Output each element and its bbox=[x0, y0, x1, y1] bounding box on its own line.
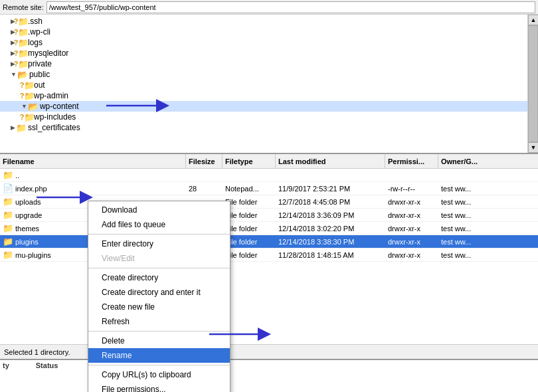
context-menu-separator bbox=[88, 365, 230, 365]
tree-item-wp-includes[interactable]: ?📁wp-includes bbox=[0, 112, 538, 122]
remote-site-bar: Remote site: bbox=[0, 0, 538, 15]
file-cell-filename: 📄index.php bbox=[0, 183, 186, 193]
tree-inner: ▶?📁.ssh▶?📁.wp-cli▶?📁logs▶?📁mysqleditor▶?… bbox=[0, 15, 538, 153]
scroll-up-arrow[interactable]: ▲ bbox=[528, 15, 538, 25]
file-row-up[interactable]: 📁.. bbox=[0, 169, 538, 182]
file-cell-last_modified: 12/14/2018 3:36:09 PM bbox=[276, 211, 385, 219]
log-col1: ty bbox=[3, 361, 9, 369]
up-icon: 📁 bbox=[3, 170, 13, 180]
log-pane: ty Status bbox=[0, 359, 538, 392]
tree-item-logs[interactable]: ▶?📁logs bbox=[0, 37, 538, 48]
folder-icon: ?📁 bbox=[16, 49, 27, 58]
file-name-label: uploads bbox=[15, 198, 41, 206]
tree-item-public[interactable]: ▼📂public bbox=[0, 69, 538, 80]
folder-icon: ?📁 bbox=[22, 91, 33, 100]
tree-item-wp-content[interactable]: ▼📂wp-content bbox=[0, 101, 538, 112]
folder-icon: 📁 bbox=[3, 197, 13, 207]
header-col-permissions[interactable]: Permissi... bbox=[385, 154, 438, 168]
folder-icon: 📂 bbox=[28, 102, 39, 111]
header-col-last_modified[interactable]: Last modified bbox=[276, 154, 385, 168]
context-menu-item-delete[interactable]: Delete bbox=[88, 334, 230, 348]
file-row-upgrade[interactable]: 📁upgradeFile folder12/14/2018 3:36:09 PM… bbox=[0, 209, 538, 222]
folder-icon: ?📁 bbox=[16, 27, 27, 37]
file-name-label: themes bbox=[15, 225, 39, 233]
file-cell-last_modified: 11/9/2017 2:53:21 PM bbox=[276, 185, 385, 193]
tree-item-wp-admin[interactable]: ?📁wp-admin bbox=[0, 90, 538, 101]
folder-icon: 📁 bbox=[3, 210, 13, 220]
context-menu-item-download[interactable]: Download bbox=[88, 203, 230, 217]
tree-item-label: private bbox=[28, 59, 52, 68]
file-row-themes[interactable]: 📁themesFile folder12/14/2018 3:02:20 PMd… bbox=[0, 222, 538, 235]
tree-item-label: out bbox=[34, 80, 45, 90]
file-row-uploads[interactable]: 📁uploadsFile folder12/7/2018 4:45:08 PMd… bbox=[0, 195, 538, 209]
header-col-filename[interactable]: Filename bbox=[0, 154, 186, 168]
file-name-label: index.php bbox=[15, 185, 47, 193]
tree-item-ssh[interactable]: ▶?📁.ssh bbox=[0, 16, 538, 27]
file-cell-owner: test ww... bbox=[438, 211, 492, 219]
file-cell-permissions: -rw-r--r-- bbox=[385, 185, 438, 193]
file-row-index.php[interactable]: 📄index.php28Notepad...11/9/2017 2:53:21 … bbox=[0, 182, 538, 195]
header-col-filetype[interactable]: Filetype bbox=[223, 154, 276, 168]
header-col-owner[interactable]: Owner/G... bbox=[438, 154, 538, 168]
tree-item-label: mysqleditor bbox=[28, 49, 68, 58]
context-menu-item-create-directory[interactable]: Create directory bbox=[88, 270, 230, 285]
tree-item-label: logs bbox=[28, 38, 43, 47]
status-bar: Selected 1 directory. bbox=[0, 344, 538, 359]
file-cell-filetype: Notepad... bbox=[223, 185, 276, 193]
file-cell-last_modified: 12/14/2018 3:38:30 PM bbox=[276, 238, 385, 246]
file-rows: 📁..📄index.php28Notepad...11/9/2017 2:53:… bbox=[0, 169, 538, 262]
expand-icon[interactable]: ▶ bbox=[11, 124, 15, 131]
context-menu-item-add-to-queue[interactable]: Add files to queue bbox=[88, 217, 230, 232]
scroll-thumb[interactable] bbox=[528, 25, 538, 142]
folder-icon: 📁 bbox=[16, 123, 27, 132]
file-list-header: FilenameFilesizeFiletypeLast modifiedPer… bbox=[0, 154, 538, 169]
file-cell-permissions: drwxr-xr-x bbox=[385, 211, 438, 219]
context-menu-item-refresh[interactable]: Refresh bbox=[88, 314, 230, 329]
file-row-plugins[interactable]: 📁pluginsFile folder12/14/2018 3:38:30 PM… bbox=[0, 235, 538, 248]
file-cell-permissions: drwxr-xr-x bbox=[385, 225, 438, 233]
file-name-label: .. bbox=[15, 171, 19, 179]
tree-item-label: wp-content bbox=[40, 102, 79, 111]
remote-site-path-input[interactable] bbox=[46, 1, 535, 13]
context-menu-item-create-new-file[interactable]: Create new file bbox=[88, 300, 230, 314]
file-cell-permissions: drwxr-xr-x bbox=[385, 251, 438, 259]
main-container: ▶?📁.ssh▶?📁.wp-cli▶?📁logs▶?📁mysqleditor▶?… bbox=[0, 15, 538, 392]
context-menu-item-view-edit: View/Edit bbox=[88, 251, 230, 266]
header-col-filesize[interactable]: Filesize bbox=[186, 154, 223, 168]
log-col2: Status bbox=[36, 361, 58, 369]
folder-icon: ?📁 bbox=[16, 59, 27, 68]
tree-item-private[interactable]: ▶?📁private bbox=[0, 58, 538, 69]
tree-item-out[interactable]: ?📁out bbox=[0, 80, 538, 90]
context-menu-separator bbox=[88, 331, 230, 332]
file-cell-owner: test ww... bbox=[438, 185, 492, 193]
tree-item-label: .wp-cli bbox=[28, 27, 50, 37]
context-menu-item-create-dir-enter[interactable]: Create directory and enter it bbox=[88, 285, 230, 300]
file-cell-filetype: File folder bbox=[223, 238, 276, 246]
status-text: Selected 1 directory. bbox=[4, 348, 70, 356]
context-menu: DownloadAdd files to queueEnter director… bbox=[88, 201, 230, 392]
context-menu-item-enter-directory[interactable]: Enter directory bbox=[88, 237, 230, 251]
folder-icon: ?📁 bbox=[22, 112, 33, 122]
file-cell-last_modified: 11/28/2018 1:48:15 AM bbox=[276, 251, 385, 259]
folder-icon: 📁 bbox=[3, 250, 13, 260]
tree-item-wp-cli[interactable]: ▶?📁.wp-cli bbox=[0, 27, 538, 37]
tree-item-mysqleditor[interactable]: ▶?📁mysqleditor bbox=[0, 48, 538, 58]
context-menu-item-copy-urls[interactable]: Copy URL(s) to clipboard bbox=[88, 367, 230, 382]
expand-icon[interactable]: ▼ bbox=[11, 71, 17, 78]
file-cell-filetype: File folder bbox=[223, 251, 276, 259]
tree-scrollbar[interactable]: ▲ ▼ bbox=[527, 15, 538, 153]
file-cell-owner: test ww... bbox=[438, 225, 492, 233]
expand-icon[interactable]: ▼ bbox=[21, 103, 27, 110]
file-row-mu-plugins[interactable]: 📁mu-pluginsFile folder11/28/2018 1:48:15… bbox=[0, 248, 538, 262]
tree-item-label: wp-includes bbox=[34, 112, 76, 122]
file-name-label: upgrade bbox=[15, 211, 42, 219]
context-menu-item-rename[interactable]: Rename bbox=[88, 348, 230, 363]
tree-item-label: .ssh bbox=[28, 17, 43, 26]
file-cell-last_modified: 12/14/2018 3:02:20 PM bbox=[276, 225, 385, 233]
file-cell-filetype: File folder bbox=[223, 211, 276, 219]
tree-item-ssl-certificates[interactable]: ▶📁ssl_certificates bbox=[0, 122, 538, 133]
folder-icon: 📁 bbox=[3, 237, 13, 246]
scroll-down-arrow[interactable]: ▼ bbox=[528, 142, 538, 153]
context-menu-item-file-permissions[interactable]: File permissions... bbox=[88, 382, 230, 392]
file-cell-filesize: 28 bbox=[186, 185, 223, 193]
